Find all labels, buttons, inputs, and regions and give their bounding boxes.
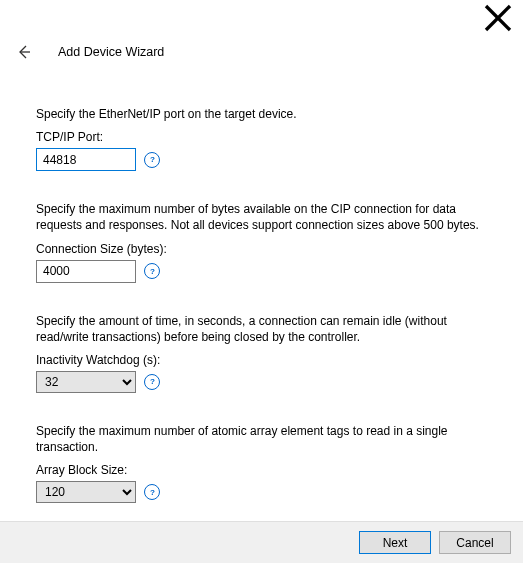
page-title: Add Device Wizard xyxy=(58,45,164,59)
back-button[interactable] xyxy=(12,40,36,64)
wizard-footer: Next Cancel xyxy=(0,521,523,563)
svg-text:?: ? xyxy=(150,378,155,387)
back-arrow-icon xyxy=(16,44,32,60)
svg-text:?: ? xyxy=(150,155,155,164)
svg-text:?: ? xyxy=(150,488,155,497)
question-icon: ? xyxy=(148,377,157,386)
desc-array-block-size: Specify the maximum number of atomic arr… xyxy=(36,423,499,455)
desc-connection-size: Specify the maximum number of bytes avai… xyxy=(36,201,499,233)
tcp-port-input[interactable] xyxy=(36,148,136,171)
section-inactivity-watchdog: Specify the amount of time, in seconds, … xyxy=(36,313,499,393)
wizard-content: Specify the EtherNet/IP port on the targ… xyxy=(36,106,499,533)
help-icon-array-block-size[interactable]: ? xyxy=(144,484,160,500)
wizard-header: Add Device Wizard xyxy=(12,40,511,64)
close-button[interactable] xyxy=(483,6,513,30)
label-connection-size: Connection Size (bytes): xyxy=(36,242,499,256)
label-array-block-size: Array Block Size: xyxy=(36,463,499,477)
help-icon-connection-size[interactable]: ? xyxy=(144,263,160,279)
section-tcp-port: Specify the EtherNet/IP port on the targ… xyxy=(36,106,499,171)
field-row-inactivity-watchdog: 32 ? xyxy=(36,371,499,393)
question-icon: ? xyxy=(148,155,157,164)
close-icon xyxy=(483,3,513,33)
desc-inactivity-watchdog: Specify the amount of time, in seconds, … xyxy=(36,313,499,345)
question-icon: ? xyxy=(148,267,157,276)
help-icon-inactivity-watchdog[interactable]: ? xyxy=(144,374,160,390)
section-array-block-size: Specify the maximum number of atomic arr… xyxy=(36,423,499,503)
wizard-window: Add Device Wizard Specify the EtherNet/I… xyxy=(0,0,523,563)
section-connection-size: Specify the maximum number of bytes avai… xyxy=(36,201,499,282)
cancel-button[interactable]: Cancel xyxy=(439,531,511,554)
field-row-array-block-size: 120 ? xyxy=(36,481,499,503)
connection-size-input[interactable] xyxy=(36,260,136,283)
svg-text:?: ? xyxy=(150,267,155,276)
next-button[interactable]: Next xyxy=(359,531,431,554)
question-icon: ? xyxy=(148,488,157,497)
field-row-tcp-port: ? xyxy=(36,148,499,171)
array-block-size-select[interactable]: 120 xyxy=(36,481,136,503)
help-icon-tcp-port[interactable]: ? xyxy=(144,152,160,168)
label-tcp-port: TCP/IP Port: xyxy=(36,130,499,144)
desc-tcp-port: Specify the EtherNet/IP port on the targ… xyxy=(36,106,499,122)
inactivity-watchdog-select[interactable]: 32 xyxy=(36,371,136,393)
label-inactivity-watchdog: Inactivity Watchdog (s): xyxy=(36,353,499,367)
field-row-connection-size: ? xyxy=(36,260,499,283)
